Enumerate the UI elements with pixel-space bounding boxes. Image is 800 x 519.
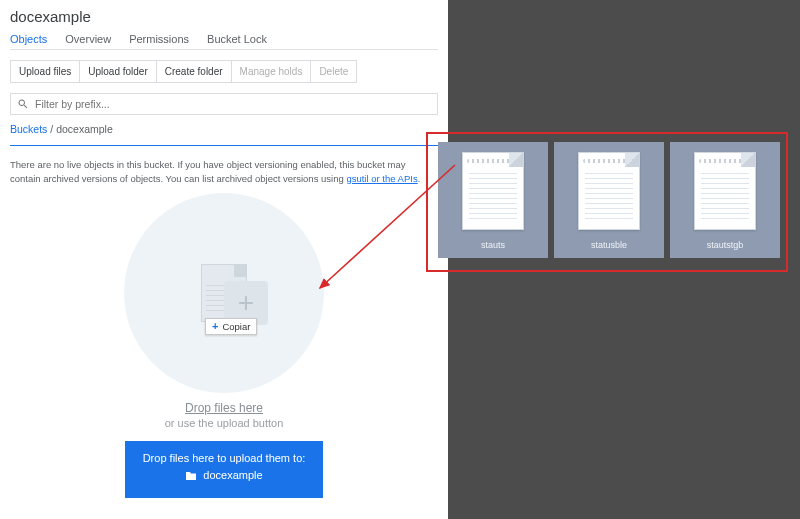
delete-button: Delete: [311, 60, 357, 83]
file-icon: [694, 152, 756, 230]
upload-folder-button[interactable]: Upload folder: [80, 60, 156, 83]
breadcrumb-root[interactable]: Buckets: [10, 123, 47, 135]
file-icon: [578, 152, 640, 230]
file-icon: [462, 152, 524, 230]
desktop-area: stauts statusble stautstgb: [448, 0, 800, 519]
storage-bucket-panel: docexample Objects Overview Permissions …: [0, 0, 448, 519]
page-title: docexample: [10, 6, 438, 33]
banner-bucket: docexample: [203, 468, 262, 483]
file-name: statusble: [591, 240, 627, 250]
desktop-files: stauts statusble stautstgb: [438, 142, 780, 258]
manage-holds-button: Manage holds: [232, 60, 312, 83]
breadcrumb-current: docexample: [56, 123, 113, 135]
tab-bucket-lock[interactable]: Bucket Lock: [207, 33, 267, 45]
desktop-file[interactable]: statusble: [554, 142, 664, 258]
drop-files-text: Drop files here: [185, 401, 263, 415]
section-divider: [10, 145, 438, 146]
gsutil-apis-link[interactable]: gsutil or the APIs: [346, 173, 417, 184]
empty-bucket-message: There are no live objects in this bucket…: [10, 158, 438, 186]
desktop-file[interactable]: stauts: [438, 142, 548, 258]
drop-sub-text: or use the upload button: [165, 417, 284, 429]
create-folder-button[interactable]: Create folder: [157, 60, 232, 83]
desktop-file[interactable]: stautstgb: [670, 142, 780, 258]
file-name: stautstgb: [707, 240, 744, 250]
tab-overview[interactable]: Overview: [65, 33, 111, 45]
breadcrumb: Buckets / docexample: [10, 123, 438, 141]
tabs-bar: Objects Overview Permissions Bucket Lock: [10, 33, 438, 50]
filter-input[interactable]: [35, 98, 431, 110]
filter-row[interactable]: [10, 93, 438, 115]
upload-banner: Drop files here to upload them to: docex…: [125, 441, 324, 497]
copiar-label: Copiar: [222, 321, 250, 332]
breadcrumb-sep: /: [47, 123, 56, 135]
drag-copy-tooltip: + Copiar: [205, 318, 257, 335]
plus-icon: +: [212, 321, 218, 332]
tab-permissions[interactable]: Permissions: [129, 33, 189, 45]
upload-files-button[interactable]: Upload files: [10, 60, 80, 83]
drop-zone[interactable]: + Drop files here or use the upload butt…: [10, 186, 438, 519]
file-name: stauts: [481, 240, 505, 250]
banner-line1: Drop files here to upload them to:: [143, 451, 306, 466]
toolbar: Upload files Upload folder Create folder…: [10, 60, 438, 83]
tab-objects[interactable]: Objects: [10, 33, 47, 45]
drop-circle: +: [124, 193, 324, 393]
search-icon: [17, 98, 29, 110]
folder-icon: [185, 471, 197, 481]
